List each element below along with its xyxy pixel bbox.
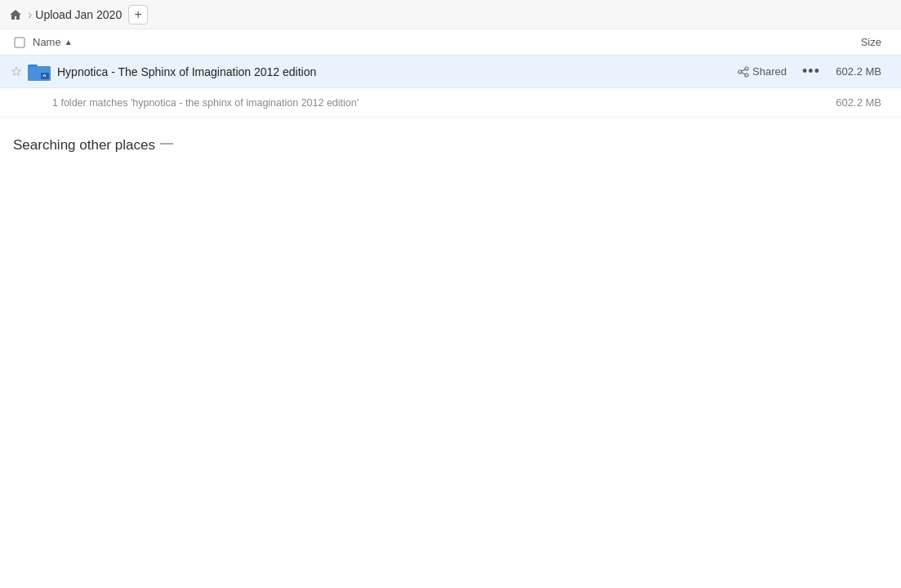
more-options-button[interactable]: ••• <box>800 60 823 83</box>
shared-label: Shared <box>752 65 787 78</box>
file-row[interactable]: Hypnotica - The Sphinx of Imagination 20… <box>0 56 901 88</box>
searching-row: Searching other places <box>0 118 901 160</box>
breadcrumb-title: Upload Jan 2020 <box>35 8 122 21</box>
svg-point-5 <box>745 67 748 70</box>
shared-badge: Shared <box>738 65 787 78</box>
svg-point-6 <box>738 70 742 74</box>
svg-line-8 <box>742 69 745 71</box>
svg-line-9 <box>742 73 745 74</box>
match-size: 602.2 MB <box>829 96 894 109</box>
match-info-row: 1 folder matches 'hypnotica - the sphinx… <box>0 88 901 118</box>
select-all-checkbox[interactable] <box>7 37 33 48</box>
home-button[interactable] <box>7 6 25 24</box>
file-name: Hypnotica - The Sphinx of Imagination 20… <box>57 65 738 78</box>
star-icon[interactable] <box>7 66 26 78</box>
sort-arrow-icon: ▲ <box>65 38 73 47</box>
svg-point-7 <box>745 74 748 77</box>
match-text: 1 folder matches 'hypnotica - the sphinx… <box>52 97 829 109</box>
svg-rect-0 <box>15 38 25 47</box>
column-headers: Name ▲ Size <box>0 29 901 56</box>
name-column-header[interactable]: Name ▲ <box>33 36 813 48</box>
breadcrumb-separator: › <box>28 8 32 21</box>
name-column-label: Name <box>33 36 61 48</box>
folder-icon <box>26 59 52 85</box>
searching-indicator <box>160 143 173 145</box>
searching-label: Searching other places <box>13 137 155 154</box>
add-button[interactable]: + <box>128 5 148 24</box>
size-column-header[interactable]: Size <box>813 36 894 48</box>
header: › Upload Jan 2020 + <box>0 0 901 29</box>
file-size: 602.2 MB <box>829 65 894 78</box>
